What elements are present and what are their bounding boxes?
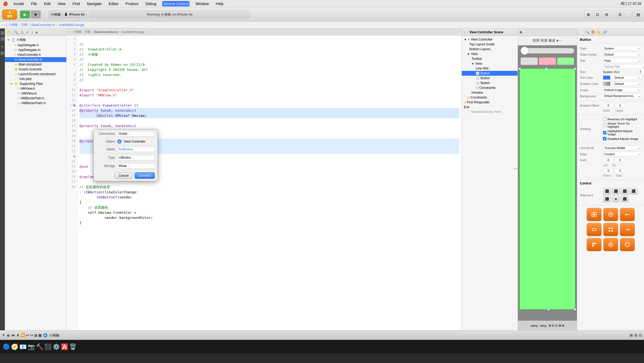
shadow-color-dropdown[interactable]: Default ⌄: [613, 81, 641, 86]
large-icon-2[interactable]: [603, 208, 618, 221]
state-dropdown[interactable]: Default ⌄: [603, 52, 641, 57]
tree-item-info-plist[interactable]: 📄 Info.plist: [5, 77, 66, 81]
color-btn-pink[interactable]: [539, 57, 556, 65]
scene-item-bottom-layout[interactable]: Bottom Layout...: [462, 47, 518, 52]
debug-toggle[interactable]: ⬜: [625, 11, 633, 18]
canvas-drawing-area[interactable]: [519, 68, 576, 310]
dock-browser[interactable]: 🧭: [11, 343, 18, 350]
scene-item-entry-point[interactable]: → Storyboard Entry Point: [462, 110, 518, 114]
large-icon-9[interactable]: !: [620, 238, 635, 251]
debug-btn-1[interactable]: ○: [1, 31, 4, 35]
debug-btn-2[interactable]: ○: [1, 37, 4, 41]
scene-forward[interactable]: ›: [467, 30, 468, 34]
nav-forward[interactable]: ›: [4, 23, 5, 27]
editor-breadcrumb-2[interactable]: 功能: [85, 30, 90, 34]
type-dropdown-insp[interactable]: System ⌄: [603, 46, 641, 50]
title-dropdown[interactable]: Plain ⌄: [603, 58, 641, 63]
color-btn-1[interactable]: [521, 57, 538, 65]
image-dropdown[interactable]: Default Image ⌄: [603, 88, 641, 92]
large-icon-1[interactable]: [587, 208, 602, 221]
align-btn-1[interactable]: ⬛: [603, 188, 611, 195]
insp-size-icon[interactable]: 📐: [597, 30, 601, 34]
shadow-width-input[interactable]: [603, 103, 614, 108]
run-button[interactable]: ▶: [20, 11, 30, 18]
bottom-nav-4[interactable]: ↩: [26, 333, 29, 337]
breadcrumb-file[interactable]: ViewController.m: [31, 23, 55, 27]
tree-item-launchscreen[interactable]: ▭ LaunchScreen.storyboard: [5, 72, 66, 77]
editor-breadcrumb-1[interactable]: 小画板: [73, 30, 82, 34]
linebreak-dropdown[interactable]: Truncate Middle ⌄: [603, 146, 641, 150]
scene-item-first-responder[interactable]: ● First Responder: [462, 100, 518, 105]
tree-item-root[interactable]: ▼ 📋 小画板: [5, 37, 66, 43]
menu-editor[interactable]: Editor: [108, 1, 120, 6]
align-btn-5[interactable]: ⬛: [603, 195, 611, 202]
align-btn-4[interactable]: ⬛: [630, 188, 638, 195]
color-btn-green[interactable]: [557, 57, 574, 65]
menu-xcode[interactable]: Xcode: [12, 1, 25, 6]
dock-mail[interactable]: 📧: [19, 343, 27, 350]
menu-help[interactable]: Help: [215, 1, 225, 6]
inset-val3[interactable]: [603, 168, 614, 173]
tree-item-viewcontroller-m[interactable]: m ViewController.m: [5, 57, 66, 62]
font-icon[interactable]: T: [639, 70, 641, 74]
menu-product[interactable]: Product: [125, 1, 140, 6]
insp-attributes-icon[interactable]: 🎨: [591, 30, 595, 34]
tree-item-supporting-files[interactable]: ▼ 📁 Supporting Files: [5, 81, 66, 86]
large-icon-7[interactable]: [587, 238, 602, 251]
large-icon-5[interactable]: [603, 223, 618, 236]
menu-file[interactable]: File: [30, 1, 38, 6]
bottom-nav-2[interactable]: ⏸: [16, 333, 20, 337]
add-button[interactable]: +: [2, 332, 5, 338]
editor-nav-back[interactable]: ‹: [68, 30, 69, 34]
dock-appstore[interactable]: 🅰️: [61, 343, 68, 350]
editor-breadcrumb-file[interactable]: ViewController.m: [94, 30, 118, 34]
bottom-layout-2[interactable]: ⊟: [634, 333, 637, 337]
highlighted-checkbox[interactable]: [603, 131, 606, 135]
menu-window[interactable]: Window: [194, 1, 210, 6]
bottom-nav-5[interactable]: ↪: [30, 333, 33, 337]
scene-item-hmview[interactable]: Hmview: [462, 90, 518, 95]
breakpoint-icon[interactable]: ●: [35, 30, 38, 34]
large-icon-8[interactable]: [603, 238, 618, 251]
scene-item-view[interactable]: ▼ View: [462, 52, 518, 56]
disabled-checkbox[interactable]: [603, 137, 606, 140]
breadcrumb-method[interactable]: -lineWidthChange:: [58, 23, 85, 27]
connection-dropdown[interactable]: Outlet ⌄: [117, 131, 155, 136]
align-btn-7[interactable]: ⬛: [621, 195, 629, 202]
dock-settings[interactable]: ⚙️: [53, 343, 60, 350]
stop-button[interactable]: ⏸ 暂停: [2, 9, 17, 20]
insp-identity-icon[interactable]: 🔍: [585, 30, 590, 34]
scene-item-constraints-inner[interactable]: ⊡ Constraints: [462, 85, 518, 90]
text-color-swatch[interactable]: [603, 75, 610, 80]
layout-toggle-1[interactable]: ⊞: [585, 11, 592, 18]
shows-touch-checkbox[interactable]: [603, 124, 606, 127]
inset-val4[interactable]: [615, 168, 625, 173]
dock-trash[interactable]: 🗑️: [69, 343, 76, 350]
breadcrumb-project[interactable]: 小画板: [8, 23, 18, 27]
scene-item-button-2[interactable]: ⬜ Button: [462, 76, 518, 81]
scene-item-toolbar[interactable]: Toolbar: [462, 56, 518, 61]
editor-nav-forward[interactable]: ›: [70, 30, 71, 34]
large-icon-3[interactable]: [620, 208, 635, 221]
layout-toggle-3[interactable]: ⊟: [603, 11, 610, 18]
test-icon[interactable]: ✓: [26, 30, 29, 34]
bottom-nav-6[interactable]: ▤: [34, 333, 37, 337]
scene-item-exit[interactable]: Exit: [462, 105, 518, 110]
large-icon-6[interactable]: [620, 223, 635, 236]
align-btn-3[interactable]: ⬛: [621, 188, 629, 195]
editor-assist-icon[interactable]: ⊕: [7, 333, 10, 337]
menu-source-control[interactable]: Source Control: [162, 1, 189, 6]
menu-edit[interactable]: Edit: [43, 1, 52, 6]
scene-item-button-1[interactable]: ⬜ Button: [462, 71, 518, 76]
scene-item-view-nested[interactable]: ▼ View: [462, 61, 518, 66]
scene-item-constraints-outer[interactable]: ⊡ Constraints: [462, 95, 518, 100]
debug-btn-3[interactable]: ○: [1, 51, 4, 55]
tree-item-viewcontroller-h[interactable]: h ViewController.h: [5, 52, 66, 57]
menu-navigate[interactable]: Navigate: [86, 1, 103, 6]
folder-icon[interactable]: 📁: [7, 30, 12, 34]
insp-connections-icon[interactable]: 🔗: [603, 30, 607, 34]
tree-item-hmview-h[interactable]: h HMView.h: [5, 86, 66, 91]
storage-dropdown[interactable]: Weak ⌄: [117, 163, 155, 169]
canvas-zoom-icon[interactable]: ⊕: [519, 30, 522, 34]
scene-item-view-controller[interactable]: ▼ ● View Controller: [462, 37, 518, 42]
